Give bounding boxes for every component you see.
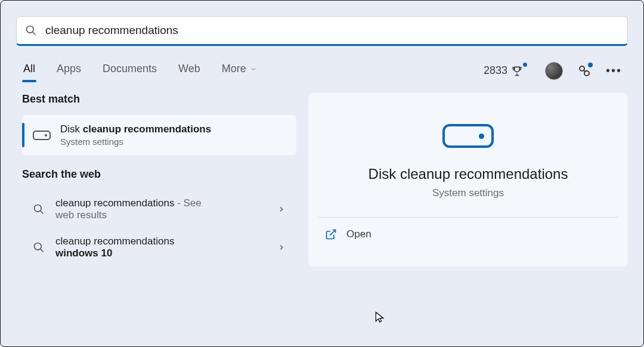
svg-line-1: [33, 32, 36, 35]
results-list: Best match Disk cleanup recommendations …: [22, 93, 296, 267]
open-label: Open: [346, 228, 371, 240]
tab-all[interactable]: All: [22, 59, 36, 82]
svg-line-8: [41, 249, 44, 252]
web-result-0-text: cleanup recommendations - See web result…: [55, 197, 267, 221]
web-result-1-text: cleanup recommendations windows 10: [55, 236, 267, 259]
disk-icon: [442, 124, 494, 148]
svg-point-5: [35, 205, 42, 212]
disk-icon: [33, 131, 51, 140]
tab-documents[interactable]: Documents: [101, 59, 158, 82]
results-area: Best match Disk cleanup recommendations …: [1, 82, 643, 267]
tab-more-label: More: [222, 63, 246, 75]
web-result-1-line2: windows 10: [55, 247, 267, 259]
svg-line-4: [584, 70, 585, 72]
svg-point-3: [584, 71, 589, 76]
best-match-sub: System settings: [60, 137, 211, 147]
more-options-icon[interactable]: •••: [606, 64, 622, 78]
section-search-web: Search the web: [22, 168, 296, 181]
web-result-1-line1: cleanup recommendations: [55, 236, 267, 247]
best-match-bold: cleanup recommendations: [83, 123, 211, 135]
svg-point-7: [35, 243, 42, 250]
tab-apps[interactable]: Apps: [55, 59, 82, 82]
search-filters: All Apps Documents Web More: [22, 59, 258, 82]
web-result-0-line1: cleanup recommendations - See: [55, 197, 267, 209]
search-icon: [25, 24, 37, 36]
trophy-icon: [511, 65, 523, 77]
detail-sub: System settings: [432, 187, 504, 199]
svg-point-2: [580, 66, 584, 71]
chevron-down-icon: [250, 66, 257, 73]
cursor-icon: [374, 309, 386, 325]
detail-panel: Disk cleanup recommendations System sett…: [308, 93, 628, 267]
best-match-title: Disk cleanup recommendations: [60, 123, 211, 135]
best-match-prefix: Disk: [60, 123, 83, 135]
web-result-0[interactable]: cleanup recommendations - See web result…: [22, 190, 296, 228]
best-match-result[interactable]: Disk cleanup recommendations System sett…: [22, 115, 296, 155]
web-result-1[interactable]: cleanup recommendations windows 10: [22, 228, 296, 267]
detail-title: Disk cleanup recommendations: [369, 166, 568, 182]
svg-line-6: [41, 211, 44, 214]
header-right: 2833 •••: [484, 62, 622, 80]
rewards-points[interactable]: 2833: [484, 64, 531, 77]
tab-web[interactable]: Web: [177, 59, 202, 82]
section-best-match: Best match: [22, 93, 296, 106]
search-filters-row: All Apps Documents Web More 2833 •••: [1, 46, 643, 82]
avatar[interactable]: [545, 62, 563, 80]
svg-line-9: [330, 230, 335, 236]
tab-more[interactable]: More: [221, 59, 258, 82]
best-match-text: Disk cleanup recommendations System sett…: [60, 123, 211, 147]
search-input[interactable]: [45, 24, 619, 37]
search-icon: [33, 241, 45, 253]
chevron-right-icon: [277, 243, 286, 252]
web-result-0-line2: web results: [55, 209, 267, 221]
chat-icon[interactable]: [577, 64, 592, 78]
chevron-right-icon: [277, 205, 286, 213]
svg-point-0: [27, 26, 34, 33]
search-icon: [33, 203, 45, 215]
open-external-icon: [325, 228, 337, 240]
open-action[interactable]: Open: [318, 218, 618, 251]
rewards-count: 2833: [484, 64, 507, 77]
search-bar[interactable]: [16, 16, 628, 46]
